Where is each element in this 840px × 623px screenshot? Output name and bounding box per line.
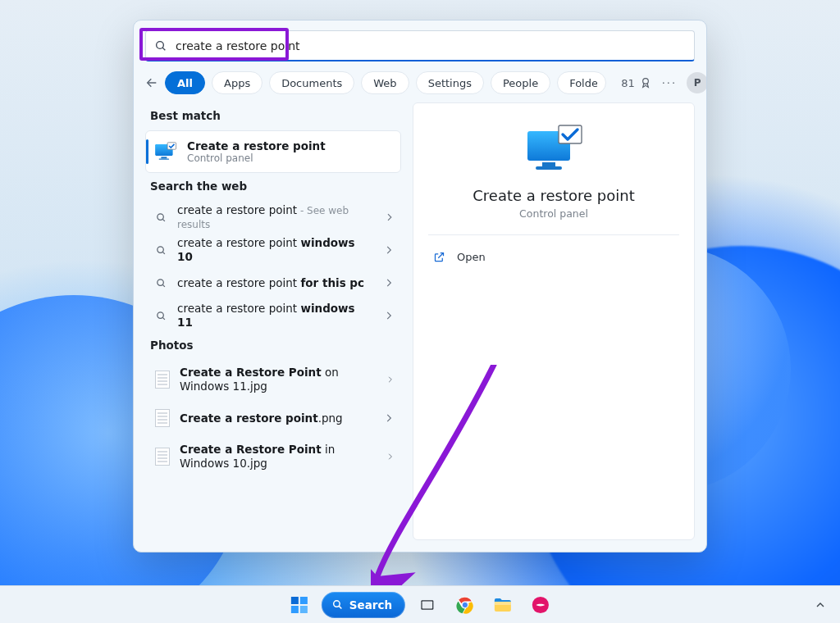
medal-icon <box>639 76 652 89</box>
svg-point-16 <box>158 312 164 318</box>
chevron-right-icon <box>386 451 395 462</box>
task-view-button[interactable] <box>412 589 443 621</box>
svg-rect-24 <box>291 606 299 613</box>
windows-logo-icon <box>290 595 309 615</box>
result-detail-pane: Create a restore point Control panel Ope… <box>413 102 695 540</box>
svg-rect-25 <box>300 606 308 613</box>
svg-point-4 <box>642 79 648 84</box>
account-avatar[interactable]: P <box>687 72 707 93</box>
search-bar[interactable] <box>145 30 695 61</box>
start-button[interactable] <box>284 589 315 621</box>
photo-result[interactable]: Create a Restore Point on Windows 11.jpg <box>145 360 401 399</box>
file-thumb-icon <box>155 409 170 427</box>
arrow-left-icon <box>145 76 158 89</box>
chevron-right-icon <box>386 374 395 385</box>
search-icon <box>155 310 167 322</box>
svg-point-12 <box>158 246 164 252</box>
detail-title: Create a restore point <box>472 187 635 204</box>
svg-line-1 <box>162 48 165 50</box>
search-icon <box>154 39 167 52</box>
svg-line-15 <box>162 284 165 287</box>
web-result[interactable]: create a restore point for this pc <box>145 266 401 299</box>
chrome-app-button[interactable] <box>450 589 481 621</box>
chevron-right-icon <box>383 244 395 256</box>
svg-line-11 <box>162 219 165 221</box>
svg-point-14 <box>158 279 164 285</box>
svg-point-0 <box>157 41 164 48</box>
best-match-result[interactable]: Create a restore point Control panel <box>145 130 401 173</box>
photo-result[interactable]: Create a restore point.png <box>145 399 401 437</box>
back-button[interactable] <box>145 72 158 93</box>
svg-line-17 <box>162 317 165 320</box>
detail-subtitle: Control panel <box>519 207 588 220</box>
search-icon <box>155 277 167 289</box>
task-view-icon <box>419 597 436 613</box>
folder-icon <box>493 596 513 614</box>
svg-rect-8 <box>159 158 170 159</box>
web-result[interactable]: create a restore point windows 10 <box>145 234 401 266</box>
svg-point-10 <box>158 213 164 220</box>
tab-all[interactable]: All <box>165 71 205 94</box>
svg-rect-34 <box>495 602 511 605</box>
web-result[interactable]: create a restore point - See web results <box>145 201 401 234</box>
rewards-points[interactable]: 81 <box>621 76 652 89</box>
system-settings-large-icon <box>523 123 585 175</box>
tab-folders[interactable]: Folders <box>557 71 606 94</box>
svg-rect-29 <box>422 601 433 608</box>
svg-line-13 <box>162 252 165 254</box>
pinned-app-button[interactable] <box>525 589 556 621</box>
open-action-label: Open <box>457 251 486 263</box>
app-icon <box>532 596 550 614</box>
tab-documents[interactable]: Documents <box>269 71 354 94</box>
tab-people[interactable]: People <box>491 71 550 94</box>
svg-point-26 <box>334 601 340 607</box>
taskbar-search-button[interactable]: Search <box>322 592 405 618</box>
svg-line-27 <box>339 606 341 608</box>
more-options-button[interactable]: ··· <box>662 77 677 89</box>
file-explorer-button[interactable] <box>487 589 518 621</box>
file-thumb-icon <box>155 371 170 389</box>
svg-rect-20 <box>536 166 562 170</box>
svg-rect-23 <box>300 597 308 604</box>
chevron-right-icon <box>384 211 395 223</box>
search-icon <box>155 211 167 224</box>
taskbar: Search <box>0 585 840 623</box>
svg-rect-19 <box>542 162 555 166</box>
tab-apps[interactable]: Apps <box>212 71 262 94</box>
search-input[interactable] <box>176 39 686 52</box>
open-external-icon <box>433 251 445 263</box>
tab-settings[interactable]: Settings <box>416 71 484 94</box>
system-settings-icon <box>154 142 177 161</box>
photo-result[interactable]: Create a Restore Point in Windows 10.jpg <box>145 437 401 476</box>
rewards-points-value: 81 <box>621 77 635 89</box>
windows-search-panel: All Apps Documents Web Settings People F… <box>133 20 707 553</box>
search-icon <box>155 244 167 257</box>
best-match-title: Create a restore point <box>187 139 326 152</box>
open-action[interactable]: Open <box>428 242 679 271</box>
chevron-right-icon <box>383 412 395 424</box>
results-left-column: Best match Create a restore point Contro… <box>145 102 401 540</box>
best-match-heading: Best match <box>150 109 401 122</box>
svg-rect-22 <box>291 597 299 604</box>
photos-heading: Photos <box>150 339 401 352</box>
tab-web[interactable]: Web <box>361 71 409 94</box>
web-heading: Search the web <box>150 180 401 193</box>
chevron-right-icon <box>383 277 395 289</box>
web-result[interactable]: create a restore point windows 11 <box>145 299 401 332</box>
search-icon <box>331 598 344 611</box>
best-match-subtitle: Control panel <box>187 152 326 164</box>
search-filter-tabs: All Apps Documents Web Settings People F… <box>134 61 706 102</box>
show-hidden-icons-button[interactable] <box>814 598 827 612</box>
file-thumb-icon <box>155 448 170 466</box>
svg-rect-7 <box>161 157 167 158</box>
chrome-icon <box>456 596 474 614</box>
divider <box>428 234 679 235</box>
chevron-right-icon <box>383 310 395 321</box>
